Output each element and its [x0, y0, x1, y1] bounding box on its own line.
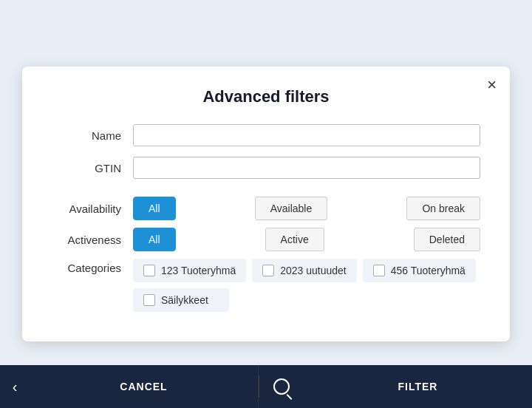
category-label-1: 123 Tuoteryhmä — [161, 265, 236, 276]
category-checkbox-3[interactable] — [373, 265, 385, 276]
category-checkbox-2[interactable] — [262, 265, 274, 276]
activeness-all-button[interactable]: All — [133, 228, 176, 251]
close-button[interactable]: × — [487, 77, 497, 93]
category-checkbox-4[interactable] — [143, 294, 155, 306]
categories-row: Categories 123 Tuoteryhmä 2023 uutuudet … — [52, 259, 480, 312]
activeness-buttons: All Active Deleted — [133, 228, 480, 251]
availability-buttons: All Available On break — [133, 197, 480, 220]
modal-dialog: × Advanced filters Name GTIN Availabilit… — [22, 67, 510, 341]
category-checkbox-1[interactable] — [143, 265, 155, 276]
gtin-label: GTIN — [52, 162, 133, 174]
activeness-label: Activeness — [52, 234, 133, 246]
availability-onbreak-button[interactable]: On break — [406, 197, 480, 220]
cancel-button[interactable]: CANCEL — [30, 365, 259, 408]
name-label: Name — [52, 129, 133, 142]
activeness-active-group: Active — [265, 228, 324, 251]
name-row: Name — [52, 124, 480, 146]
availability-available-button[interactable]: Available — [255, 197, 328, 220]
category-label-4: Säilykkeet — [161, 294, 208, 306]
availability-onbreak-group: On break — [406, 197, 480, 220]
search-icon — [273, 378, 290, 395]
modal-overlay: × Advanced filters Name GTIN Availabilit… — [0, 0, 532, 408]
category-label-2: 2023 uutuudet — [280, 265, 347, 276]
availability-available-group: Available — [255, 197, 328, 220]
categories-label: Categories — [52, 259, 133, 274]
bottom-bar: ‹ CANCEL FILTER — [0, 365, 532, 408]
back-nav[interactable]: ‹ — [0, 378, 30, 395]
name-input[interactable] — [133, 124, 480, 146]
activeness-active-button[interactable]: Active — [265, 228, 324, 251]
availability-btn-group: All — [133, 197, 176, 220]
gtin-input[interactable] — [133, 157, 480, 179]
list-item: 2023 uutuudet — [252, 259, 357, 282]
category-label-3: 456 Tuoteryhmä — [391, 265, 466, 276]
activeness-deleted-button[interactable]: Deleted — [414, 228, 480, 251]
search-icon-button[interactable] — [259, 378, 304, 395]
modal-title: Advanced filters — [52, 87, 480, 106]
list-item: 123 Tuoteryhmä — [133, 259, 246, 282]
list-item: Säilykkeet — [133, 288, 229, 312]
activeness-row: Activeness All Active Deleted — [52, 228, 480, 251]
activeness-deleted-group: Deleted — [414, 228, 480, 251]
list-item: 456 Tuoteryhmä — [363, 259, 476, 282]
gtin-row: GTIN — [52, 157, 480, 179]
activeness-all-group: All — [133, 228, 176, 251]
availability-all-button[interactable]: All — [133, 197, 176, 220]
back-arrow-icon: ‹ — [13, 378, 18, 395]
availability-row: Availability All Available On break — [52, 197, 480, 220]
filter-button[interactable]: FILTER — [304, 365, 532, 408]
categories-grid: 123 Tuoteryhmä 2023 uutuudet 456 Tuotery… — [133, 259, 480, 312]
availability-label: Availability — [52, 203, 133, 215]
